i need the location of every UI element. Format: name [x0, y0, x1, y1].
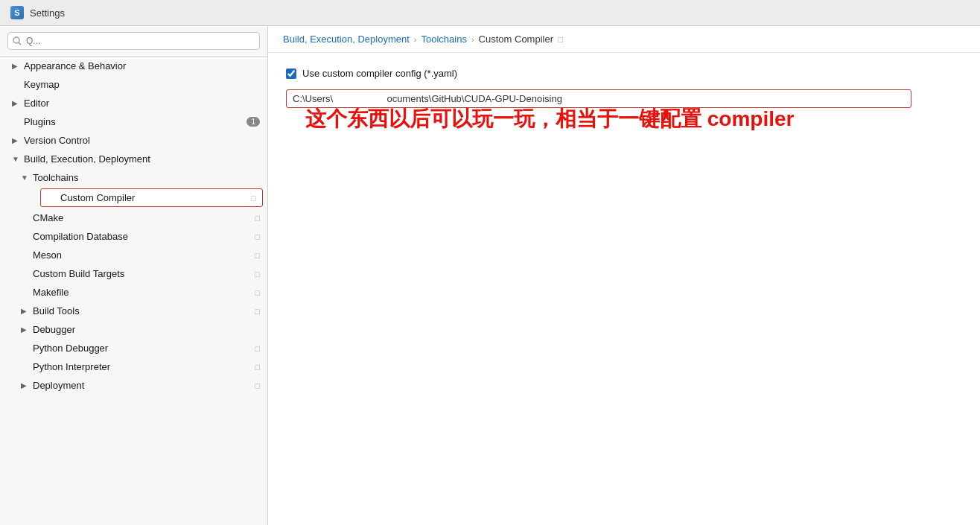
- sidebar-item-build-tools[interactable]: ▶ Build Tools □: [0, 302, 267, 320]
- sidebar-item-keymap[interactable]: Keymap: [0, 75, 267, 94]
- sidebar-item-meson[interactable]: Meson □: [0, 246, 267, 264]
- pin-icon: □: [251, 194, 256, 203]
- sidebar-item-makefile[interactable]: Makefile □: [0, 283, 267, 302]
- pin-icon: □: [255, 288, 260, 297]
- sidebar-item-label: CMake: [33, 212, 252, 223]
- sidebar-item-label: Build Tools: [33, 305, 252, 316]
- pin-icon: □: [255, 232, 260, 241]
- content-area: Build, Execution, Deployment › Toolchain…: [268, 26, 980, 525]
- pin-icon: □: [255, 214, 260, 223]
- path-input[interactable]: [293, 93, 905, 104]
- chevron-right-icon: ▶: [21, 307, 31, 315]
- sidebar-item-version-control[interactable]: ▶ Version Control: [0, 131, 267, 150]
- sidebar-item-debugger[interactable]: ▶ Debugger: [0, 320, 267, 339]
- sidebar-item-label: Python Interpreter: [33, 361, 252, 372]
- sidebar: ▶ Appearance & Behavior Keymap ▶ Editor …: [0, 26, 268, 525]
- chevron-right-icon: ▶: [12, 62, 22, 70]
- sidebar-item-label: Makefile: [33, 287, 252, 298]
- pin-icon: □: [255, 307, 260, 316]
- sidebar-item-appearance-behavior[interactable]: ▶ Appearance & Behavior: [0, 57, 267, 75]
- search-input[interactable]: [7, 32, 260, 50]
- checkbox-row: Use custom compiler config (*.yaml): [286, 68, 962, 79]
- app-icon: S: [10, 6, 24, 19]
- chevron-right-icon: ▶: [12, 99, 22, 107]
- app-title: Settings: [30, 7, 65, 19]
- sidebar-item-custom-compiler[interactable]: Custom Compiler □: [40, 188, 263, 207]
- breadcrumb-item-custom-compiler: Custom Compiler: [479, 34, 553, 45]
- sidebar-item-compilation-database[interactable]: Compilation Database □: [0, 227, 267, 246]
- breadcrumb-pin-icon[interactable]: □: [558, 34, 563, 45]
- plugins-badge: 1: [246, 117, 260, 127]
- breadcrumb: Build, Execution, Deployment › Toolchain…: [268, 26, 980, 53]
- title-bar: S Settings: [0, 0, 980, 26]
- breadcrumb-item-toolchains[interactable]: Toolchains: [421, 34, 466, 45]
- main-container: ▶ Appearance & Behavior Keymap ▶ Editor …: [0, 26, 980, 525]
- sidebar-item-label: Version Control: [24, 135, 260, 146]
- content-body: Use custom compiler config (*.yaml) 这个东西…: [268, 53, 980, 525]
- chevron-right-icon: ▶: [21, 381, 31, 389]
- pin-icon: □: [255, 344, 260, 353]
- sidebar-item-label: Debugger: [33, 324, 260, 335]
- sidebar-item-label: Custom Build Targets: [33, 268, 252, 279]
- chevron-down-icon: ▼: [12, 155, 22, 163]
- pin-icon: □: [255, 251, 260, 260]
- sidebar-item-label: Appearance & Behavior: [24, 60, 260, 71]
- use-custom-compiler-checkbox[interactable]: [286, 69, 296, 79]
- sidebar-item-label: Meson: [33, 249, 252, 261]
- sidebar-item-label: Custom Compiler: [60, 192, 248, 203]
- search-bar: [0, 26, 267, 57]
- sidebar-item-label: Keymap: [24, 79, 260, 90]
- sidebar-item-label: Python Debugger: [33, 343, 252, 354]
- sidebar-item-deployment[interactable]: ▶ Deployment □: [0, 376, 267, 395]
- sidebar-content: ▶ Appearance & Behavior Keymap ▶ Editor …: [0, 57, 267, 525]
- sidebar-item-label: Toolchains: [33, 172, 260, 183]
- sidebar-item-editor[interactable]: ▶ Editor: [0, 94, 267, 112]
- breadcrumb-separator: ›: [471, 35, 474, 44]
- sidebar-item-cmake[interactable]: CMake □: [0, 209, 267, 227]
- sidebar-item-custom-build-targets[interactable]: Custom Build Targets □: [0, 264, 267, 283]
- pin-icon: □: [255, 363, 260, 372]
- checkbox-label: Use custom compiler config (*.yaml): [302, 68, 457, 79]
- breadcrumb-separator: ›: [414, 35, 417, 44]
- sidebar-item-plugins[interactable]: Plugins 1: [0, 112, 267, 131]
- sidebar-item-python-debugger[interactable]: Python Debugger □: [0, 339, 267, 357]
- pin-icon: □: [255, 270, 260, 279]
- chevron-right-icon: ▶: [21, 325, 31, 334]
- sidebar-item-python-interpreter[interactable]: Python Interpreter □: [0, 357, 267, 376]
- pin-icon: □: [255, 381, 260, 390]
- sidebar-item-label: Build, Execution, Deployment: [24, 153, 260, 165]
- sidebar-item-label: Plugins: [24, 116, 246, 127]
- sidebar-item-toolchains[interactable]: ▼ Toolchains: [0, 168, 267, 187]
- chevron-down-icon: ▼: [21, 174, 31, 182]
- sidebar-item-label: Compilation Database: [33, 231, 252, 242]
- sidebar-item-build-execution-deployment[interactable]: ▼ Build, Execution, Deployment: [0, 150, 267, 168]
- sidebar-item-label: Editor: [24, 98, 260, 109]
- annotation-text: 这个东西以后可以玩一玩，相当于一键配置 compiler: [305, 105, 794, 133]
- sidebar-item-label: Deployment: [33, 380, 252, 391]
- breadcrumb-item-build[interactable]: Build, Execution, Deployment: [283, 34, 410, 45]
- chevron-right-icon: ▶: [12, 136, 22, 144]
